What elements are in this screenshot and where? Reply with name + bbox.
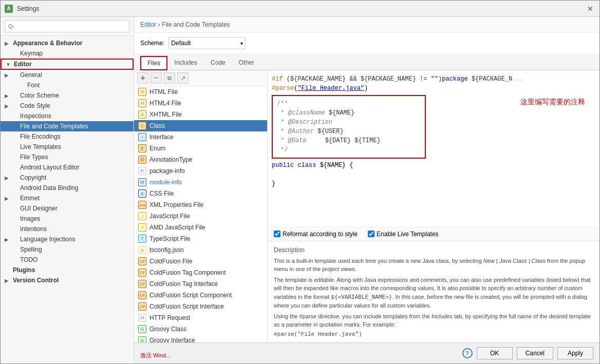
file-item-html[interactable]: H HTML File — [134, 86, 267, 98]
sidebar-item-android-data-binding[interactable]: ▶ Android Data Binding — [1, 183, 134, 193]
scheme-select[interactable]: Default Project — [168, 37, 246, 49]
sidebar-item-keymap[interactable]: ▶ Keymap — [1, 48, 134, 59]
groovy-interface-icon: G — [138, 336, 146, 342]
sidebar-item-file-types[interactable]: ▶ File Types — [1, 152, 134, 162]
file-item-coldfusion[interactable]: CF ColdFusion File — [134, 256, 267, 267]
sidebar-item-intentions[interactable]: ▶ Intentions — [1, 224, 134, 234]
description-panel: Description This is a built-in template … — [268, 241, 599, 343]
file-item-amd-js[interactable]: J AMD JavaScript File — [134, 222, 267, 233]
sidebar: ▶ Appearance & Behavior ▶ Keymap ▼ Edito… — [1, 17, 134, 363]
file-item-cf-script-component[interactable]: CF ColdFusion Script Component — [134, 290, 267, 301]
file-item-js[interactable]: J JavaScript File — [134, 210, 267, 222]
main-panel: Editor › File and Code Templates Scheme:… — [134, 17, 599, 363]
add-button[interactable]: + — [137, 72, 148, 84]
file-item-xhtml[interactable]: X XHTML File — [134, 109, 267, 120]
module-info-icon: M — [138, 178, 146, 186]
file-list: H HTML File H HTML4 File X XHTML File — [134, 86, 267, 342]
expand-icon: ▶ — [5, 196, 12, 201]
sidebar-item-android-layout[interactable]: ▶ Android Layout Editor — [1, 162, 134, 173]
code-line-1: #if (${PACKAGE_NAME} && ${PACKAGE_NAME} … — [272, 74, 595, 84]
file-item-interface[interactable]: I Interface — [134, 131, 267, 143]
sidebar-item-version-control[interactable]: ▶ Version Control — [1, 275, 134, 285]
expand-icon: ▶ — [5, 175, 12, 181]
cf-script-component-icon: CF — [138, 291, 146, 299]
sidebar-item-inspections[interactable]: ▶ Inspections — [1, 111, 134, 121]
settings-tree: ▶ Appearance & Behavior ▶ Keymap ▼ Edito… — [1, 36, 134, 363]
sidebar-item-codestyle[interactable]: ▶ Code Style — [1, 101, 134, 111]
copy-button[interactable]: ⧉ — [164, 72, 175, 84]
file-item-cf-tag-interface[interactable]: CF ColdFusion Tag Interface — [134, 278, 267, 290]
sidebar-item-spelling[interactable]: ▶ Spelling — [1, 244, 134, 255]
cf-tag-component-icon: CF — [138, 269, 146, 277]
file-item-groovy-class[interactable]: G Groovy Class — [134, 323, 267, 335]
file-item-css[interactable]: c CSS File — [134, 188, 267, 199]
code-line-class: public class ${NAME} { — [272, 161, 595, 170]
bottom-buttons: 激活 Wind... ? OK Cancel Apply — [134, 342, 599, 363]
file-item-cf-tag-component[interactable]: CF ColdFusion Tag Component — [134, 267, 267, 278]
xhtml-icon: X — [138, 110, 146, 119]
sidebar-item-gui-designer[interactable]: ▶ GUI Designer — [1, 203, 134, 214]
expand-icon: ▶ — [5, 103, 12, 109]
sidebar-item-editor[interactable]: ▼ Editor — [1, 59, 134, 70]
file-item-http-request[interactable]: H HTTP Request — [134, 312, 267, 323]
sidebar-item-language-injections[interactable]: ▶ Language Injections — [1, 234, 134, 244]
search-input[interactable] — [5, 20, 129, 32]
help-button[interactable]: ? — [462, 348, 473, 358]
cancel-button[interactable]: Cancel — [517, 347, 553, 359]
xml-props-icon: xml — [138, 201, 146, 209]
cf-script-interface-icon: CF — [138, 302, 146, 311]
ts-icon: T — [138, 235, 146, 243]
reformat-checkbox[interactable]: Reformat according to style — [274, 231, 358, 238]
file-item-tsconfig[interactable]: js tsconfig.json — [134, 244, 267, 256]
file-item-enum[interactable]: E Enum — [134, 143, 267, 154]
reset-button[interactable]: ↗ — [177, 72, 189, 84]
enum-icon: E — [138, 144, 146, 152]
file-item-ts[interactable]: T TypeScript File — [134, 233, 267, 244]
file-item-class[interactable]: C Class — [134, 120, 267, 131]
tab-code[interactable]: Code — [204, 56, 232, 70]
expand-icon: ▼ — [6, 62, 13, 67]
sidebar-item-todo[interactable]: ▶ TODO — [1, 255, 134, 265]
amd-js-icon: J — [138, 223, 146, 232]
file-item-module-info[interactable]: M module-info — [134, 177, 267, 188]
live-templates-checkbox[interactable]: Enable Live Templates — [368, 231, 439, 238]
sidebar-item-plugins[interactable]: ▶ Plugins — [1, 265, 134, 275]
remove-button[interactable]: − — [151, 72, 162, 84]
settings-window: A Settings ✕ ▶ Appearance & Behavior ▶ K… — [0, 0, 600, 364]
sidebar-item-images[interactable]: ▶ Images — [1, 214, 134, 224]
apply-button[interactable]: Apply — [557, 347, 593, 359]
file-item-html4[interactable]: H HTML4 File — [134, 98, 267, 109]
sidebar-item-live-templates[interactable]: ▶ Live Templates — [1, 142, 134, 152]
sidebar-item-colorscheme[interactable]: ▶ Color Scheme — [1, 90, 134, 101]
file-item-annotationtype[interactable]: @ AnnotationType — [134, 154, 267, 165]
sidebar-item-font[interactable]: ▶ Font — [1, 80, 134, 90]
tab-files[interactable]: Files — [140, 56, 167, 70]
description-title: Description — [274, 245, 593, 255]
tab-includes[interactable]: Includes — [167, 56, 204, 70]
css-icon: c — [138, 189, 146, 198]
window-title: Settings — [17, 5, 585, 12]
tsconfig-icon: js — [138, 246, 146, 254]
ok-button[interactable]: OK — [477, 347, 513, 359]
sidebar-item-copyright[interactable]: ▶ Copyright — [1, 173, 134, 183]
annotation-label: 这里编写需要的注释 — [520, 97, 585, 108]
sidebar-item-file-encodings[interactable]: ▶ File Encodings — [1, 131, 134, 142]
sidebar-item-file-code-templates[interactable]: ▶ File and Code Templates — [1, 121, 134, 131]
expand-icon: ▶ — [5, 93, 12, 99]
tab-other[interactable]: Other — [232, 56, 261, 70]
sidebar-item-general[interactable]: ▶ General — [1, 70, 134, 80]
code-line-close: } — [272, 179, 595, 188]
close-button[interactable]: ✕ — [585, 4, 595, 14]
cf-icon: CF — [138, 257, 146, 265]
file-item-groovy-interface[interactable]: G Groovy Interface — [134, 335, 267, 342]
scheme-select-wrapper: Default Project — [168, 37, 246, 49]
sidebar-item-appearance[interactable]: ▶ Appearance & Behavior — [1, 38, 134, 48]
main-content: ▶ Appearance & Behavior ▶ Keymap ▼ Edito… — [1, 17, 599, 363]
sidebar-item-emmet[interactable]: ▶ Emmet — [1, 193, 134, 203]
annotationtype-icon: @ — [138, 156, 146, 164]
file-item-cf-script-interface[interactable]: CF ColdFusion Script Interface — [134, 301, 267, 312]
groovy-class-icon: G — [138, 325, 146, 333]
file-item-xml-props[interactable]: xml XML Properties File — [134, 199, 267, 210]
file-item-package-info[interactable]: P package-info — [134, 165, 267, 177]
code-editor[interactable]: #if (${PACKAGE_NAME} && ${PACKAGE_NAME} … — [268, 70, 599, 227]
